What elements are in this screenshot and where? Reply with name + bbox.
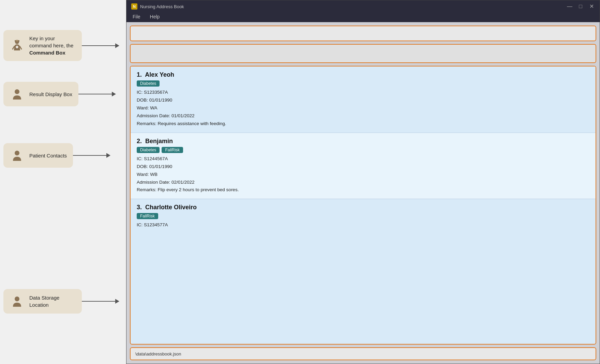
patient-card: 3. Charlotte Oliveiro FallRisk IC: S1234… — [131, 199, 596, 234]
patient-name: 1. Alex Yeoh — [137, 71, 589, 78]
storage-path: \data\addressbook.json — [135, 351, 181, 357]
patient-detail: IC: S1233567ADOB: 01/01/1990Ward: WAAdmi… — [137, 89, 589, 128]
svg-point-11 — [15, 297, 19, 301]
patient-tags: Diabetes — [137, 80, 589, 87]
svg-rect-8 — [16, 46, 18, 48]
result-display-box — [130, 44, 596, 63]
person-icon-2 — [10, 148, 25, 163]
nurse-icon — [10, 38, 25, 53]
command-input[interactable] — [134, 29, 592, 38]
app-title: Nursing Address Book — [140, 4, 184, 9]
app-icon: N — [131, 3, 137, 10]
minimize-button[interactable]: — — [566, 4, 573, 9]
patient-tag: Diabetes — [137, 147, 160, 153]
window-controls[interactable]: — □ ✕ — [566, 4, 595, 9]
content-area: 1. Alex Yeoh Diabetes IC: S1233567ADOB: … — [126, 22, 600, 364]
title-bar-left: N Nursing Address Book — [131, 3, 184, 10]
command-box[interactable] — [130, 26, 596, 41]
patient-tag: Diabetes — [137, 80, 160, 87]
patient-tags: FallRisk — [137, 213, 589, 219]
svg-point-9 — [15, 89, 19, 94]
patient-tags: DiabetesFallRisk — [137, 147, 589, 153]
svg-line-5 — [13, 46, 14, 49]
title-bar: N Nursing Address Book — □ ✕ — [126, 0, 600, 13]
data-storage-label: Data Storage Location — [29, 294, 76, 308]
storage-bar: \data\addressbook.json — [130, 347, 596, 360]
data-storage-annotation: Data Storage Location — [3, 289, 119, 314]
patient-card: 2. Benjamin DiabetesFallRisk IC: S124456… — [131, 133, 596, 199]
patient-card: 1. Alex Yeoh Diabetes IC: S1233567ADOB: … — [131, 66, 596, 133]
person-icon-3 — [10, 294, 25, 309]
person-icon-1 — [10, 87, 25, 102]
patient-name: 3. Charlotte Oliveiro — [137, 204, 589, 211]
result-display-card: Result Display Box — [3, 82, 78, 106]
patient-detail: IC: S1234577A — [137, 221, 589, 229]
main-window: N Nursing Address Book — □ ✕ File Help — [126, 0, 600, 364]
command-box-card: Key in your command here, the Command Bo… — [3, 30, 82, 61]
patient-contacts-annotation: Patient Contacts — [3, 143, 110, 168]
menu-bar: File Help — [126, 13, 600, 22]
menu-file[interactable]: File — [131, 13, 142, 20]
result-display-annotation: Result Display Box — [3, 82, 116, 106]
menu-help[interactable]: Help — [149, 13, 161, 20]
command-box-label: Key in your command here, the Command Bo… — [29, 35, 76, 56]
close-button[interactable]: ✕ — [588, 4, 595, 9]
maximize-button[interactable]: □ — [577, 4, 584, 9]
patient-tag: FallRisk — [137, 213, 158, 219]
result-display-label: Result Display Box — [29, 91, 72, 98]
patient-contacts-card: Patient Contacts — [3, 143, 73, 168]
patient-name: 2. Benjamin — [137, 138, 589, 145]
patient-contacts-label: Patient Contacts — [29, 152, 67, 159]
annotation-panel: Key in your command here, the Command Bo… — [0, 0, 126, 364]
patient-detail: IC: S1244567ADOB: 01/01/1990Ward: WBAdmi… — [137, 155, 589, 194]
patient-tag: FallRisk — [162, 147, 183, 153]
data-storage-card: Data Storage Location — [3, 289, 82, 314]
svg-line-6 — [20, 46, 21, 49]
patient-list[interactable]: 1. Alex Yeoh Diabetes IC: S1233567ADOB: … — [130, 66, 596, 345]
svg-point-10 — [15, 151, 19, 155]
command-box-annotation: Key in your command here, the Command Bo… — [3, 30, 119, 61]
